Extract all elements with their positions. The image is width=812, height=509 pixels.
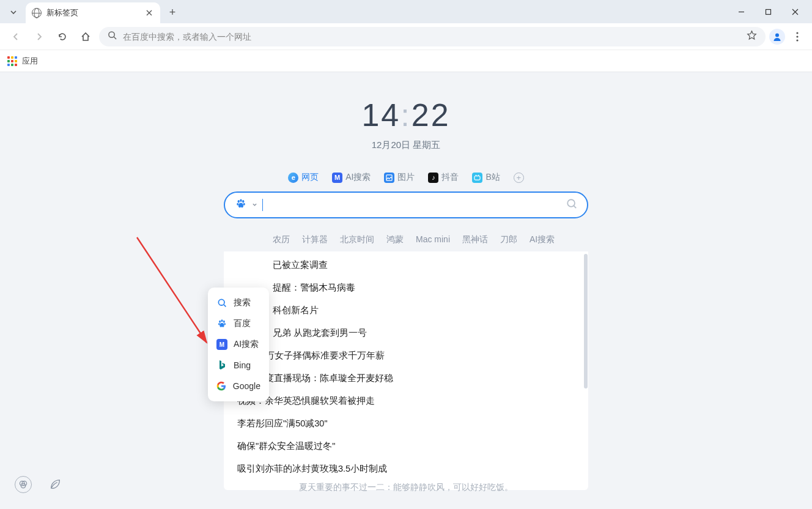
bilibili-icon <box>472 173 482 183</box>
engine-item-baidu[interactable]: 百度 <box>208 313 269 334</box>
engine-item-bing[interactable]: Bing <box>208 355 269 376</box>
browser-menu-button[interactable] <box>789 32 806 42</box>
svg-point-12 <box>243 202 245 205</box>
window-close-button[interactable] <box>781 2 808 21</box>
bookmark-star-icon[interactable] <box>747 30 757 43</box>
window-maximize-button[interactable] <box>755 2 781 21</box>
text-cursor <box>262 199 263 211</box>
result-item[interactable]: 已被立案调查 <box>224 254 588 277</box>
profile-avatar[interactable] <box>769 29 785 45</box>
omnibox-input[interactable] <box>123 32 740 42</box>
browser-toolbar <box>0 23 812 50</box>
clock-date: 12月20日 星期五 <box>0 139 812 151</box>
tab-list-dropdown[interactable] <box>5 4 22 21</box>
new-tab-content: 14:22 12月20日 星期五 e 网页 M AI搜索 图片 ♪ 抖音 B站 <box>0 72 812 509</box>
svg-point-4 <box>796 35 798 37</box>
svg-point-18 <box>218 323 220 325</box>
apps-label: 应用 <box>22 56 38 67</box>
result-item[interactable]: 兄弟 从跑龙套到男一号 <box>224 322 588 344</box>
engine-item-search[interactable]: 搜索 <box>208 292 269 313</box>
window-minimize-button[interactable] <box>728 2 755 21</box>
search-tab-bilibili[interactable]: B站 <box>472 172 500 183</box>
image-icon <box>384 173 394 183</box>
tab-close-button[interactable] <box>144 8 154 18</box>
chip-item[interactable]: 刀郎 <box>500 234 517 245</box>
search-tab-image[interactable]: 图片 <box>384 172 415 183</box>
search-submit-icon[interactable] <box>566 198 577 212</box>
chip-item[interactable]: 计算器 <box>302 234 328 245</box>
svg-point-15 <box>219 321 221 323</box>
result-item[interactable]: 提醒：警惕木马病毒 <box>224 277 588 299</box>
search-engine-menu: 搜索 百度 M AI搜索 Bing Google <box>208 288 269 401</box>
svg-rect-7 <box>474 176 480 179</box>
search-tab-add[interactable]: + <box>514 172 524 183</box>
plus-icon: + <box>514 173 524 183</box>
reload-button[interactable] <box>53 27 72 46</box>
search-shortcut-chips: 农历 计算器 北京时间 鸿蒙 Mac mini 黑神话 刀郎 AI搜索 <box>224 231 588 251</box>
svg-point-5 <box>796 39 798 41</box>
bookmarks-bar: 应用 <box>0 50 812 72</box>
trending-results-panel: 已被立案调查 提醒：警惕木马病毒 科创新名片 兄弟 从跑龙套到男一号 年薪50万… <box>224 251 588 490</box>
svg-point-19 <box>224 323 226 325</box>
main-search-input[interactable] <box>268 200 561 210</box>
svg-line-20 <box>137 237 207 343</box>
browser-tab[interactable]: 新标签页 <box>26 2 160 23</box>
tab-title: 新标签页 <box>46 8 144 18</box>
result-item[interactable]: 科创新名片 <box>224 299 588 322</box>
svg-point-13 <box>567 199 575 207</box>
window-controls <box>728 0 808 23</box>
svg-point-10 <box>242 200 244 203</box>
apps-icon <box>7 56 17 66</box>
search-tab-ai[interactable]: M AI搜索 <box>332 172 371 183</box>
svg-rect-0 <box>766 9 770 14</box>
bottom-shortcut-icons <box>15 476 64 493</box>
globe-icon <box>32 8 42 18</box>
home-button[interactable] <box>76 27 95 46</box>
chip-item[interactable]: 北京时间 <box>340 234 374 245</box>
svg-point-3 <box>796 32 798 34</box>
svg-point-14 <box>218 299 224 305</box>
search-tab-douyin[interactable]: ♪ 抖音 <box>428 172 459 183</box>
baidu-paw-icon <box>235 198 246 212</box>
google-icon <box>216 381 227 392</box>
result-item[interactable]: 确保"群众安全温暖过冬" <box>224 435 588 458</box>
web-icon: e <box>288 173 298 183</box>
chip-item[interactable]: 鸿蒙 <box>386 234 404 245</box>
engine-item-google[interactable]: Google <box>208 376 269 396</box>
result-item[interactable]: 年薪50万女子择偶标准要求千万年薪 <box>224 344 588 367</box>
search-engine-selector[interactable] <box>235 199 247 211</box>
new-tab-button[interactable]: + <box>164 4 181 21</box>
svg-point-16 <box>221 319 223 322</box>
search-category-tabs: e 网页 M AI搜索 图片 ♪ 抖音 B站 + <box>0 172 812 183</box>
forward-button[interactable] <box>29 27 49 46</box>
chip-item[interactable]: 黑神话 <box>462 234 488 245</box>
chip-item[interactable]: Mac mini <box>416 234 450 245</box>
chip-item[interactable]: 农历 <box>273 234 290 245</box>
result-item[interactable]: 直击百度直播现场：陈卓璇全开麦好稳 <box>224 367 588 390</box>
svg-point-8 <box>238 200 240 203</box>
svg-point-17 <box>223 321 225 323</box>
main-search-box[interactable] <box>224 191 588 218</box>
douyin-icon: ♪ <box>428 173 438 183</box>
clock-widget: 14:22 12月20日 星期五 <box>0 97 812 151</box>
omnibox[interactable] <box>99 27 766 46</box>
result-item[interactable]: 视频：余华英恐惧腿软哭着被押走 <box>224 390 588 412</box>
svg-point-1 <box>109 32 114 37</box>
footer-quote: 夏天重要的事不过一二：能够静静吹风，可以好好吃饭。 <box>0 482 812 493</box>
engine-item-ai[interactable]: M AI搜索 <box>208 334 269 355</box>
result-item[interactable]: 李若彤回应"满50减30" <box>224 412 588 435</box>
chevron-down-icon[interactable] <box>252 202 257 209</box>
leaf-icon[interactable] <box>46 476 64 493</box>
result-item[interactable]: 吸引刘亦菲的冰封黄玫瑰3.5小时制成 <box>224 458 588 480</box>
results-scrollbar[interactable] <box>584 254 588 388</box>
baidu-paw-icon <box>216 318 227 329</box>
svg-point-9 <box>240 199 242 202</box>
chip-item[interactable]: AI搜索 <box>530 234 555 245</box>
svg-point-11 <box>237 202 238 205</box>
back-button[interactable] <box>6 27 26 46</box>
clock-time: 14:22 <box>0 97 812 133</box>
apps-shortcut[interactable]: 应用 <box>7 56 38 67</box>
search-icon <box>108 31 117 42</box>
overlap-circles-icon[interactable] <box>15 476 32 493</box>
search-tab-web[interactable]: e 网页 <box>288 172 319 183</box>
